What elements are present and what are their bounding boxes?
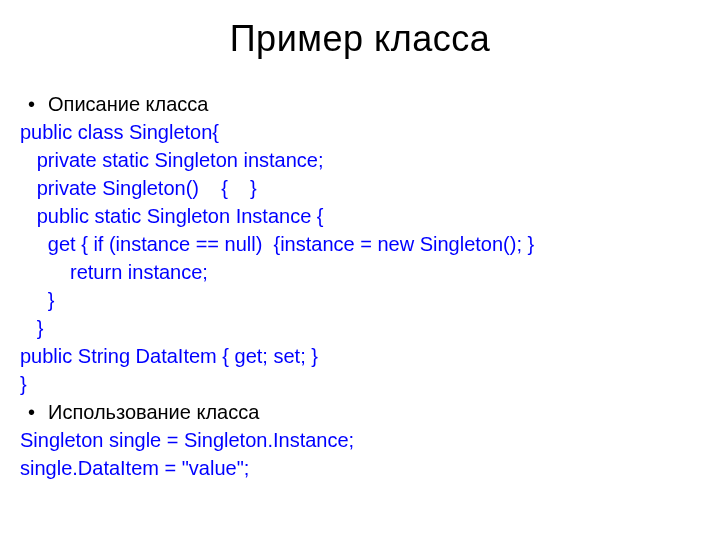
slide-content: Описание класса public class Singleton{ … [20, 90, 700, 482]
code-block: public class Singleton{ private static S… [20, 118, 700, 398]
slide-title: Пример класса [20, 18, 700, 60]
code-block: Singleton single = Singleton.Instance; s… [20, 426, 700, 482]
bullet-item: Описание класса [20, 90, 700, 118]
bullet-item: Использование класса [20, 398, 700, 426]
